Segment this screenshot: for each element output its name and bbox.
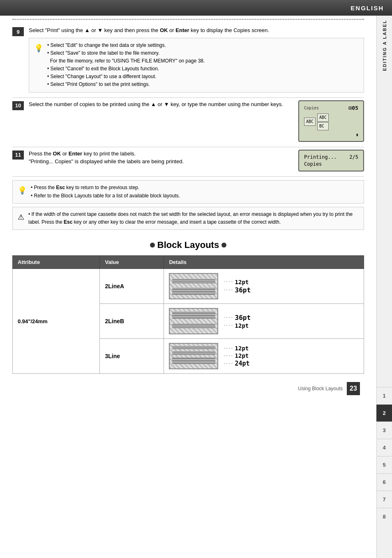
warning-box: ⚠ • If the width of the current tape cas…: [12, 207, 364, 230]
chapter-7[interactable]: 7: [376, 491, 392, 508]
lcd-printing-display: Printing... 2/5 Copies: [298, 150, 364, 172]
block-layouts-header: Block Layouts: [12, 240, 364, 250]
step-9-text: Select "Print" using the ▲ or ▼ key and …: [29, 26, 364, 35]
step-10-number: 10: [12, 101, 24, 110]
pt-label-b2: ···· 12pt: [223, 322, 251, 329]
pt-label-2: ···· 36pt: [223, 286, 251, 294]
pt-labels-2linea: ···· 12pt ···· 36pt: [223, 279, 251, 294]
step-9-content: Select "Print" using the ▲ or ▼ key and …: [29, 26, 364, 93]
value-cell-2lineb: 2LineB: [100, 304, 164, 339]
block-layouts-label: Block Layouts: [157, 240, 219, 250]
lcd-copies-value: ⊡05: [349, 104, 358, 112]
pt-value-c1: 12pt: [235, 345, 249, 352]
pt-value-b2: 12pt: [235, 322, 249, 329]
step-11-text: Press the OK or Enter key to print the l…: [29, 150, 290, 166]
info-box-content: • Press the Esc key to return to the pre…: [31, 184, 180, 199]
pt-value-c2: 12pt: [235, 352, 249, 359]
lcd-abc-row: ABC ABC BC: [304, 113, 358, 130]
step-9-container: 9 Select "Print" using the ▲ or ▼ key an…: [12, 26, 364, 98]
lcd-abc-box1: ABC: [304, 118, 316, 126]
chapter-8[interactable]: 8: [376, 508, 392, 525]
chapter-3[interactable]: 3: [376, 421, 392, 439]
main-content: 9 Select "Print" using the ▲ or ▼ key an…: [0, 19, 376, 399]
chapter-1[interactable]: 1: [376, 387, 392, 404]
lcd-printing-progress: 2/5: [349, 154, 358, 161]
pt-value-c3: 24pt: [235, 360, 250, 367]
pt-labels-3line: ···· 12pt ···· 12pt ···· 24pt: [223, 345, 249, 367]
value-cell-2linea: 2LineA: [100, 269, 164, 304]
warning-icon: ⚠: [18, 211, 24, 226]
step-9-note-line4: • Select "Change Layout" to use a differ…: [47, 73, 205, 81]
pt-label-c3: ···· 24pt: [223, 360, 249, 367]
info-line1: • Press the Esc key to return to the pre…: [31, 184, 180, 192]
detail-cell-2linea: ···· 12pt ···· 36pt: [164, 269, 364, 304]
chapter-5[interactable]: 5: [376, 456, 392, 473]
lcd-copies-row: Copies ⊡05: [304, 104, 358, 112]
right-sidebar: EDITING A LABEL 1 2 3 4 5 6 7 8: [376, 16, 392, 558]
table-body: 0.94"/24mm 2LineA ···· 12pt: [13, 269, 364, 374]
step-10-display: Copies ⊡05 ABC ABC BC ▮: [298, 100, 364, 142]
step-10-container: 10 Select the number of copies to be pri…: [12, 100, 364, 147]
lcd-copies-display: Copies ⊡05 ABC ABC BC ▮: [298, 100, 364, 142]
lcd-abc-box3: BC: [317, 122, 329, 130]
step-11-number: 11: [12, 150, 24, 160]
value-cell-3line: 3Line: [100, 339, 164, 374]
lcd-copies-line: Copies: [304, 161, 358, 168]
dotted-separator: [12, 19, 364, 20]
pt-label-1: ···· 12pt: [223, 279, 251, 285]
step-9-note-line2: • Select "Save" to store the label to th…: [47, 49, 205, 65]
pt-value-b1: 36pt: [235, 314, 251, 322]
page-number: 23: [347, 382, 360, 395]
detail-cell-2linea-inner: ···· 12pt ···· 36pt: [169, 273, 359, 299]
footer-text: Using Block Layouts: [298, 386, 343, 391]
step-10-grid: Select the number of copies to be printe…: [29, 100, 364, 142]
note-icon: 💡: [34, 42, 43, 89]
step-9-note: 💡 • Select "Edit" to change the text dat…: [29, 38, 364, 93]
lcd-printing-label: Printing...: [304, 154, 337, 161]
bullet-left: [150, 243, 155, 248]
step-9-note-content: • Select "Edit" to change the text data …: [47, 42, 205, 89]
pt-value-2: 36pt: [235, 286, 251, 294]
th-value: Value: [100, 256, 164, 269]
step-11-container: 11 Press the OK or Enter key to print th…: [12, 150, 364, 177]
warning-box-content: • If the width of the current tape casse…: [28, 211, 359, 226]
pt-value-1: 12pt: [235, 279, 249, 285]
block-layouts-table: Attribute Value Details 0.94"/24mm 2Line…: [12, 255, 364, 374]
pt-labels-2lineb: ···· 36pt ···· 12pt: [223, 314, 251, 329]
label-preview-3line: [169, 343, 218, 369]
warning-text: • If the width of the current tape casse…: [28, 211, 359, 226]
step-10-text: Select the number of copies to be printe…: [29, 100, 290, 109]
table-row: 0.94"/24mm 2LineA ···· 12pt: [13, 269, 364, 304]
sidebar-label: EDITING A LABEL: [382, 20, 387, 71]
info-icon: 💡: [18, 185, 27, 199]
table-head: Attribute Value Details: [13, 256, 364, 269]
label-preview-2lineb: [169, 308, 218, 334]
lcd-printing-row: Printing... 2/5: [304, 154, 358, 161]
top-header: ENGLISH: [0, 0, 392, 16]
step-11-display: Printing... 2/5 Copies: [298, 150, 364, 172]
table-header-row: Attribute Value Details: [13, 256, 364, 269]
chapter-numbers: 1 2 3 4 5 6 7 8: [376, 387, 392, 525]
chapter-4[interactable]: 4: [376, 439, 392, 456]
label-preview-2linea: [169, 273, 218, 299]
step-9-number: 9: [12, 27, 24, 36]
detail-cell-2lineb-inner: ···· 36pt ···· 12pt: [169, 308, 359, 334]
pt-label-c1: ···· 12pt: [223, 345, 249, 352]
info-box: 💡 • Press the Esc key to return to the p…: [12, 180, 364, 203]
step-9-note-line3: • Select "Cancel" to exit the Block Layo…: [47, 65, 205, 73]
lcd-battery: ▮: [304, 132, 358, 138]
detail-cell-2lineb: ···· 36pt ···· 12pt: [164, 304, 364, 339]
page-footer: Using Block Layouts 23: [12, 382, 364, 399]
detail-cell-3line-inner: ···· 12pt ···· 12pt ···· 24pt: [169, 343, 359, 369]
lcd-copies-label: Copies: [304, 105, 319, 111]
step-10-content: Select the number of copies to be printe…: [29, 100, 364, 142]
lcd-abc-box2: ABC: [317, 113, 329, 122]
pt-label-b1: ···· 36pt: [223, 314, 251, 322]
step-9-note-line1: • Select "Edit" to change the text data …: [47, 42, 205, 49]
chapter-6[interactable]: 6: [376, 473, 392, 491]
step-11-content: Press the OK or Enter key to print the l…: [29, 150, 364, 172]
th-attribute: Attribute: [13, 256, 100, 269]
block-layouts-title: Block Layouts: [150, 240, 226, 250]
chapter-2[interactable]: 2: [376, 404, 392, 421]
detail-cell-3line: ···· 12pt ···· 12pt ···· 24pt: [164, 339, 364, 374]
